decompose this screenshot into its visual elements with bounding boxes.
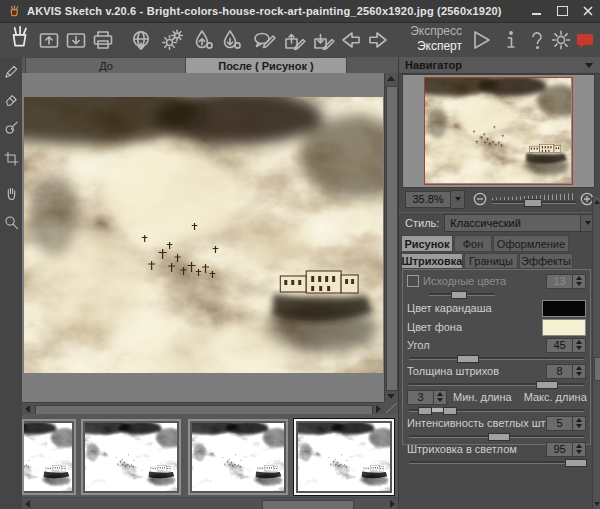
mode-express-button[interactable]: Экспресс — [410, 24, 462, 39]
redo-button[interactable] — [365, 27, 391, 53]
canvas-viewport[interactable] — [22, 73, 398, 402]
hatching-in-light-value[interactable]: 95 — [546, 442, 573, 457]
result-image[interactable] — [24, 97, 383, 373]
angle-spinner[interactable] — [573, 338, 586, 353]
panel-scroll-thumb[interactable] — [594, 357, 600, 381]
stroke-thickness-slider[interactable] — [407, 380, 586, 388]
tab-edges[interactable]: Границы — [464, 253, 518, 269]
print-button[interactable] — [90, 27, 116, 53]
pencil-tool-button[interactable] — [1, 61, 21, 81]
scroll-up-icon[interactable] — [387, 76, 395, 81]
timeline-thumbnail-2[interactable] — [81, 419, 181, 495]
window-title: AKVIS Sketch v.20.6 - Bright-colors-hous… — [27, 5, 502, 17]
panel-scroll-up-icon[interactable] — [594, 200, 600, 204]
tab-decoration[interactable]: Оформление — [493, 235, 569, 252]
light-strokes-intensity-handle[interactable] — [488, 433, 510, 441]
navigator-view-frame[interactable] — [424, 77, 573, 185]
tab-background[interactable]: Фон — [454, 235, 492, 252]
main-tabs: Рисунок Фон Оформление — [399, 235, 600, 252]
import-preset-button[interactable] — [190, 27, 216, 53]
angle-value[interactable]: 45 — [546, 338, 573, 353]
stroke-thickness-spinner[interactable] — [573, 364, 586, 379]
hand-tool-button[interactable] — [1, 183, 21, 203]
timeline-thumbnail-1[interactable] — [22, 419, 76, 495]
angle-slider[interactable] — [407, 354, 586, 362]
minimize-button[interactable] — [528, 4, 544, 18]
tab-drawing[interactable]: Рисунок — [401, 235, 453, 252]
source-colors-slider[interactable] — [427, 290, 497, 298]
panel-scroll-down-icon[interactable] — [594, 502, 600, 506]
canvas-vertical-scrollbar[interactable] — [384, 73, 398, 402]
zoom-level-dropdown[interactable] — [451, 190, 465, 209]
source-colors-slider-handle[interactable] — [451, 291, 467, 299]
scroll-left-icon[interactable] — [25, 405, 30, 413]
tab-before[interactable]: До — [25, 57, 187, 73]
load-settings-button[interactable] — [281, 27, 307, 53]
batch-processing-button[interactable] — [160, 27, 186, 53]
min-length-value[interactable]: 3 — [407, 390, 434, 405]
light-strokes-intensity-value[interactable]: 5 — [546, 416, 573, 431]
zoom-out-button[interactable] — [473, 192, 487, 206]
undo-button[interactable] — [338, 27, 364, 53]
tab-after[interactable]: После ( Рисунок ) — [185, 57, 347, 73]
open-image-button[interactable] — [36, 27, 62, 53]
timeline-scroll-right-icon[interactable] — [390, 500, 395, 508]
vertical-scroll-thumb[interactable] — [386, 86, 398, 391]
navigator-header[interactable]: Навигатор — [399, 57, 600, 74]
style-select[interactable]: Классический — [444, 214, 596, 232]
timeline-thumbnail-4-selected[interactable] — [294, 419, 394, 495]
collapse-icon[interactable] — [585, 63, 593, 68]
help-button[interactable] — [524, 27, 550, 53]
preferences-button[interactable] — [548, 27, 574, 53]
min-length-handle[interactable] — [418, 407, 432, 415]
timeline-scroll-thumb[interactable] — [262, 500, 354, 509]
zoom-slider-handle[interactable] — [524, 199, 542, 207]
length-range-slider[interactable] — [407, 406, 586, 414]
run-processing-button[interactable] — [468, 27, 494, 53]
blend-tool-button[interactable] — [1, 118, 21, 138]
crop-tool-button[interactable] — [1, 148, 21, 168]
timeline-thumbnail-3[interactable] — [188, 419, 288, 495]
resize-grip[interactable] — [384, 402, 398, 414]
angle-slider-handle[interactable] — [457, 355, 479, 363]
stroke-thickness-label: Толщина штрихов — [407, 365, 546, 377]
source-colors-spinner[interactable] — [573, 274, 586, 289]
min-length-spinner[interactable] — [434, 390, 447, 405]
tab-hatching[interactable]: Штриховка — [401, 253, 463, 269]
save-image-button[interactable] — [63, 27, 89, 53]
stroke-thickness-slider-handle[interactable] — [536, 381, 558, 389]
zoom-level-value[interactable]: 35.8% — [405, 191, 451, 208]
close-button[interactable] — [580, 4, 596, 18]
panel-scrollbar[interactable] — [592, 197, 600, 509]
info-button[interactable] — [498, 27, 524, 53]
light-strokes-intensity-spinner[interactable] — [573, 416, 586, 431]
export-preset-button[interactable] — [218, 27, 244, 53]
zoom-slider[interactable] — [492, 192, 576, 206]
timeline-scroll-left-icon[interactable] — [25, 500, 30, 508]
hatching-in-light-handle[interactable] — [565, 459, 587, 467]
save-settings-button[interactable] — [310, 27, 336, 53]
magnifier-tool-button[interactable] — [1, 212, 21, 232]
timeline-scrollbar[interactable] — [22, 497, 398, 509]
hatching-in-light-slider[interactable] — [407, 458, 586, 466]
maximize-button[interactable] — [554, 4, 570, 18]
hatching-in-light-spinner[interactable] — [573, 442, 586, 457]
source-colors-checkbox[interactable] — [407, 275, 419, 287]
light-strokes-intensity-slider[interactable] — [407, 432, 586, 440]
pencil-color-swatch[interactable] — [542, 300, 586, 317]
publish-web-button[interactable] — [128, 27, 154, 53]
mode-switcher: Экспресс Эксперт — [410, 24, 462, 54]
background-color-swatch[interactable] — [542, 319, 586, 336]
tab-effects[interactable]: Эффекты — [519, 253, 573, 269]
max-length-handle[interactable] — [443, 407, 457, 415]
navigator-preview[interactable] — [402, 74, 595, 188]
source-colors-value[interactable]: 13 — [546, 274, 573, 289]
mode-expert-button[interactable]: Эксперт — [410, 39, 462, 54]
eraser-tool-button[interactable] — [1, 89, 21, 109]
stroke-thickness-value[interactable]: 8 — [546, 364, 573, 379]
scroll-right-icon[interactable] — [376, 405, 381, 413]
sub-tabs: Штриховка Границы Эффекты — [401, 253, 599, 269]
edit-annotation-button[interactable] — [251, 27, 277, 53]
feedback-icon[interactable] — [572, 27, 598, 53]
scroll-down-icon[interactable] — [387, 394, 395, 399]
